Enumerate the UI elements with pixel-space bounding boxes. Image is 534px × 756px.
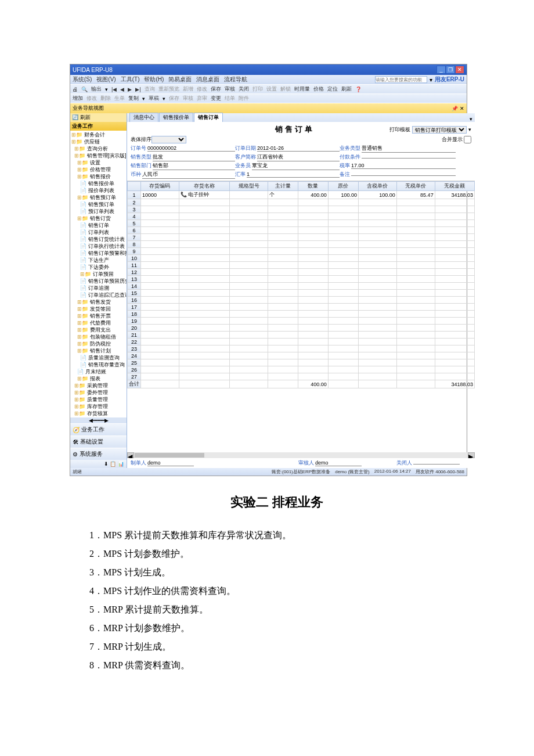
grid-row[interactable]: 7: [128, 234, 475, 241]
grid-col[interactable]: 无税单价: [396, 182, 435, 191]
tree-node[interactable]: 📄 质量追溯查询: [70, 354, 127, 361]
tab-quote[interactable]: 销售报价单: [159, 113, 193, 122]
val-cust[interactable]: 江西省钟表: [257, 153, 340, 161]
tree-node[interactable]: ⊞📁 采购管理: [70, 382, 127, 389]
tree-node[interactable]: ⊞📁 销售计划: [70, 347, 127, 354]
val-paycond[interactable]: [362, 158, 456, 159]
tree-node[interactable]: ⊞📁 销售发货: [70, 298, 127, 305]
grid-row[interactable]: 2: [128, 199, 475, 206]
tree-node[interactable]: ⊞📁 委外管理: [70, 389, 127, 396]
merge-checkbox[interactable]: [464, 136, 471, 143]
menu-view[interactable]: 视图(V): [96, 75, 116, 84]
tb2-audit[interactable]: 审核: [183, 95, 193, 102]
tb-prev-icon[interactable]: ◀: [120, 87, 124, 92]
menu-system[interactable]: 系统(S): [73, 75, 92, 84]
grid-row[interactable]: 24: [128, 352, 475, 359]
tb-repreview[interactable]: 重新预览: [158, 85, 179, 93]
tree-node[interactable]: 📄 下达生产: [70, 257, 127, 264]
grid-col[interactable]: 无税金额: [435, 182, 474, 191]
val-currency[interactable]: 人民币: [142, 171, 235, 179]
val-saletype[interactable]: 批发: [153, 153, 235, 161]
sort-select[interactable]: [151, 136, 186, 143]
grid-col[interactable]: 含税单价: [358, 182, 396, 191]
grid-col[interactable]: 主计量: [268, 182, 298, 191]
grid-row[interactable]: 14: [128, 283, 475, 290]
tb2-draft[interactable]: 草稿: [149, 95, 159, 102]
nav-footer-icons[interactable]: ⬇ 📋 📊: [70, 460, 127, 468]
navbtn-work[interactable]: 🧭业务工作: [70, 423, 127, 435]
tb2-edit[interactable]: 修改: [86, 95, 97, 102]
pin-icon[interactable]: 📌 ✕: [452, 106, 464, 111]
tb-close[interactable]: 关闭: [239, 85, 249, 93]
tb2-copy[interactable]: 复制: [128, 95, 139, 102]
grid-row[interactable]: 26: [128, 366, 475, 373]
tree-node[interactable]: 📄 预订单列表: [70, 208, 127, 215]
quick-flow-nav[interactable]: 流程导航: [224, 75, 247, 84]
grid-row[interactable]: 20: [128, 325, 475, 332]
grid-row[interactable]: 4: [128, 213, 475, 220]
tree-node[interactable]: 📄 订单执行统计表: [70, 243, 127, 250]
tab-salesorder[interactable]: 销售订单: [194, 113, 223, 122]
tree-node[interactable]: 📄 销售订单: [70, 222, 127, 229]
tab-msgcenter[interactable]: 消息中心: [129, 113, 158, 122]
tabs-dropdown-icon[interactable]: ▾: [467, 116, 475, 122]
nav-tree[interactable]: ⊞📁 财务会计⊞📁 供应链 ⊞📁 查询分析 ⊞📁 销售管理[演示版] ⊞📁 设置…: [70, 131, 127, 417]
val-orderdate[interactable]: 2012-01-26: [257, 145, 340, 152]
grid-row[interactable]: 27: [128, 373, 475, 380]
tree-node[interactable]: ⊞📁 设置: [70, 159, 127, 166]
tree-node[interactable]: ⊞📁 销售管理[演示版]: [70, 152, 127, 159]
tb-output[interactable]: 输出: [91, 85, 102, 93]
quick-simple-desktop[interactable]: 简易桌面: [168, 75, 192, 84]
tb2-attach[interactable]: 附件: [239, 95, 249, 102]
grid-row[interactable]: 8: [128, 241, 475, 248]
val-taxrate[interactable]: 17.00: [351, 163, 456, 169]
tree-node[interactable]: 📄 销售报价单: [70, 180, 127, 187]
grid-hscroll[interactable]: ◀▶: [127, 452, 475, 458]
tb-usage[interactable]: 时用量: [294, 85, 310, 93]
print-dropdown-icon[interactable]: ▾: [468, 127, 471, 132]
tb-price[interactable]: 价格: [313, 85, 324, 93]
grid-row[interactable]: 110000📞 电子挂钟个400.00100.00100.0085.473418…: [128, 191, 475, 199]
grid-row[interactable]: 6: [128, 227, 475, 234]
tb-locate[interactable]: 定位: [327, 85, 338, 93]
tb2-gen[interactable]: 生单: [114, 95, 125, 102]
tree-node[interactable]: 📄 订单追踪汇总查询: [70, 291, 127, 298]
nav-refresh[interactable]: 🔄 刷新: [70, 113, 127, 122]
tb-next-icon[interactable]: ▶: [128, 87, 132, 92]
tb-audit[interactable]: 审核: [225, 85, 235, 93]
menu-tools[interactable]: 工具(T): [121, 75, 140, 84]
maximize-icon[interactable]: ❐: [446, 66, 455, 74]
grid-row[interactable]: 9: [128, 248, 475, 255]
tree-node[interactable]: ⊞📁 报表: [70, 375, 127, 382]
tree-node[interactable]: ⊞📁 销售开票: [70, 312, 127, 319]
tb-query[interactable]: 查询: [145, 85, 155, 93]
grid-row[interactable]: 19: [128, 318, 475, 325]
grid-row[interactable]: 12: [128, 269, 475, 276]
val-remark[interactable]: [351, 175, 456, 176]
grid-row[interactable]: 16: [128, 297, 475, 304]
tree-node[interactable]: ⊞📁 防伪税控: [70, 340, 127, 347]
val-salesman[interactable]: 覃宝龙: [252, 162, 340, 170]
grid-row[interactable]: 23: [128, 345, 475, 352]
tree-node[interactable]: ⊞📁 销售报价: [70, 173, 127, 180]
detail-grid[interactable]: 存货编码存货名称规格型号主计量数量原价含税单价无税单价无税金额110000📞 电…: [127, 181, 475, 452]
tb-print-icon[interactable]: 🖨: [73, 87, 78, 92]
tree-node[interactable]: 📄 下达委外: [70, 264, 127, 271]
grid-row[interactable]: 17: [128, 304, 475, 311]
tb2-unaudit[interactable]: 弃审: [197, 95, 207, 102]
tree-node[interactable]: 📄 销售订单预警和报: [70, 250, 127, 257]
tree-node[interactable]: 📄 订单列表: [70, 229, 127, 236]
navbtn-sys[interactable]: ⚙系统服务: [70, 448, 127, 460]
grid-col[interactable]: 存货名称: [179, 182, 230, 191]
minimize-icon[interactable]: _: [436, 66, 446, 74]
grid-col[interactable]: 存货编码: [141, 182, 179, 191]
grid-row[interactable]: 5: [128, 220, 475, 227]
navbtn-base[interactable]: 🛠基础设置: [70, 435, 127, 448]
val-dept[interactable]: 销售部: [153, 162, 235, 170]
tb-edit[interactable]: 修改: [197, 85, 207, 93]
menu-help[interactable]: 帮助(H): [144, 75, 164, 84]
val-biztype[interactable]: 普通销售: [362, 145, 456, 153]
tree-node[interactable]: 📄 销售订货统计表: [70, 236, 127, 243]
tree-node[interactable]: ⊞📁 质量管理: [70, 396, 127, 403]
tb2-add[interactable]: 增加: [73, 95, 83, 102]
